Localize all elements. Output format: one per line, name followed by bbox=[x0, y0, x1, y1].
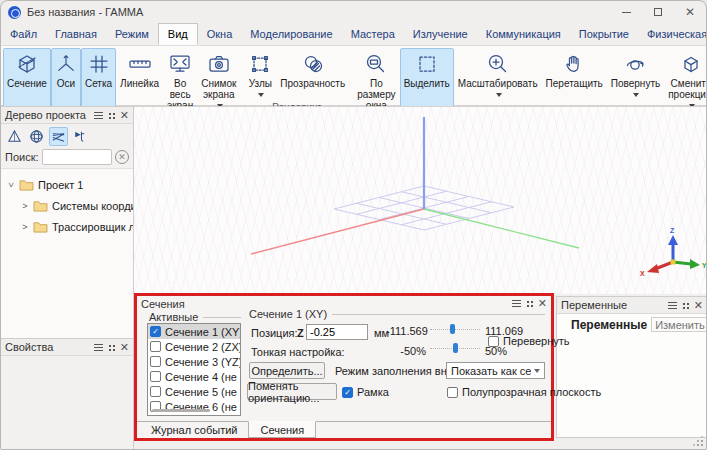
tab-home[interactable]: Главная bbox=[46, 23, 106, 45]
translucent-plane-checkbox[interactable]: Полупрозрачная плоскость bbox=[447, 386, 601, 398]
ruler-button[interactable]: Линейка bbox=[116, 48, 163, 113]
select-button[interactable]: Выделить bbox=[400, 48, 454, 113]
ribbon-group-parameters: Сечение Оси Сетка Линейка Во весь экран bbox=[2, 47, 241, 105]
change-orientation-button[interactable]: Поменять ориентацию... bbox=[247, 383, 337, 400]
horizontal-scrollbar[interactable] bbox=[152, 409, 210, 412]
position-input[interactable] bbox=[306, 324, 368, 340]
edit-variable-input[interactable] bbox=[651, 317, 707, 332]
close-button[interactable]: ✕ bbox=[674, 1, 706, 23]
fine-tune-slider[interactable] bbox=[430, 342, 480, 354]
checkbox[interactable] bbox=[150, 386, 161, 397]
tab-view[interactable]: Вид bbox=[158, 23, 198, 45]
tree-node-ray-tracer[interactable]: > Трассировщик лучей bbox=[1, 216, 133, 237]
checkbox[interactable] bbox=[150, 371, 161, 382]
window-resize-grip[interactable] bbox=[693, 436, 703, 446]
axes-button[interactable]: Оси bbox=[51, 48, 81, 113]
fit-window-button[interactable]: По размеру окна bbox=[353, 48, 399, 113]
tab-file[interactable]: Файл bbox=[1, 23, 46, 45]
ribbon-tab-bar: Файл Главная Режим Вид Окна Моделировани… bbox=[1, 23, 706, 45]
tab-coating[interactable]: Покрытие bbox=[570, 23, 638, 45]
expander-icon[interactable]: > bbox=[6, 181, 16, 189]
list-item[interactable]: Сечение 2 (ZX) bbox=[148, 339, 240, 354]
rays-filter-icon[interactable] bbox=[49, 127, 68, 146]
list-item-label: Сечение 3 (YZ) bbox=[165, 356, 241, 368]
trace-tool-icon[interactable] bbox=[71, 127, 90, 146]
tab-modeling[interactable]: Моделирование bbox=[241, 23, 341, 45]
flip-checkbox[interactable]: Перевернуть bbox=[488, 335, 570, 347]
fill-mode-dropdown[interactable]: Показать как сечение bbox=[446, 362, 545, 379]
checkbox[interactable] bbox=[150, 341, 161, 352]
tab-communication[interactable]: Коммуникация bbox=[477, 23, 570, 45]
panel-menu-icon[interactable] bbox=[512, 300, 521, 307]
panel-dock-icon[interactable] bbox=[108, 344, 115, 351]
expander-icon[interactable]: > bbox=[21, 201, 29, 211]
checkbox-checked[interactable]: ✓ bbox=[342, 387, 353, 398]
minimize-button[interactable] bbox=[610, 1, 642, 23]
nodes-button[interactable]: Узлы bbox=[244, 48, 276, 102]
close-icon: ✕ bbox=[685, 6, 695, 18]
rotate-button[interactable]: Повернуть bbox=[607, 48, 664, 113]
panel-close-icon[interactable]: ✕ bbox=[694, 300, 703, 311]
tree-node-coordinate-systems[interactable]: > Системы координат bbox=[1, 195, 133, 216]
app-window: Без названия - ГАММА ✕ Файл Главная Режи… bbox=[0, 0, 707, 450]
pan-button[interactable]: Перетащить bbox=[542, 48, 607, 113]
list-item[interactable]: Сечение 3 (YZ) bbox=[148, 354, 240, 369]
maximize-button[interactable] bbox=[642, 1, 674, 23]
tab-physical-optics[interactable]: Физическая оптика bbox=[638, 23, 707, 45]
checkbox[interactable] bbox=[150, 356, 161, 367]
panel-dock-icon[interactable] bbox=[682, 302, 689, 309]
button-label: Оси bbox=[57, 78, 75, 89]
scene-canvas: Z X Y bbox=[134, 107, 707, 295]
checkbox[interactable] bbox=[447, 387, 458, 398]
active-group-label: Активные bbox=[149, 311, 241, 323]
axis-label: Z bbox=[297, 327, 304, 339]
search-clear-icon[interactable]: ✕ bbox=[115, 150, 129, 164]
checkbox[interactable] bbox=[488, 336, 499, 347]
fine-min-label: -50% bbox=[386, 345, 426, 357]
panel-menu-icon[interactable] bbox=[94, 112, 103, 119]
panel-menu-icon[interactable] bbox=[668, 302, 677, 309]
tree-node-project[interactable]: > Проект 1 bbox=[1, 174, 133, 195]
panel-close-icon[interactable]: ✕ bbox=[120, 110, 129, 121]
list-item-label: Сечение 1 (XY) bbox=[165, 326, 241, 338]
list-item[interactable]: Сечение 5 (не опред bbox=[148, 384, 240, 399]
transparency-button[interactable]: Прозрачность bbox=[276, 48, 349, 102]
tab-wizards[interactable]: Мастера bbox=[342, 23, 404, 45]
section-button[interactable]: Сечение bbox=[3, 48, 51, 113]
position-slider[interactable] bbox=[430, 323, 480, 335]
panel-dock-icon[interactable] bbox=[108, 112, 115, 119]
zoom-button[interactable]: Масштабировать bbox=[454, 48, 542, 113]
tab-mode[interactable]: Режим bbox=[106, 23, 158, 45]
tab-event-log[interactable]: Журнал событий bbox=[140, 422, 248, 438]
sections-list[interactable]: ✓ Сечение 1 (XY) Сечение 2 (ZX) Сечение … bbox=[147, 323, 241, 416]
panel-dock-icon[interactable] bbox=[526, 300, 533, 307]
chevron-down-icon bbox=[534, 369, 540, 373]
list-item[interactable]: ✓ Сечение 1 (XY) bbox=[148, 324, 240, 339]
button-label: Масштабировать bbox=[458, 78, 538, 100]
button-label: Выделить bbox=[404, 78, 450, 89]
grid-button[interactable]: Сетка bbox=[81, 48, 116, 113]
tab-radiation[interactable]: Излучение bbox=[404, 23, 477, 45]
list-item[interactable]: Сечение 4 (не опред bbox=[148, 369, 240, 384]
maximize-icon bbox=[654, 8, 662, 16]
y-axis-line bbox=[424, 209, 579, 248]
frame-checkbox[interactable]: ✓ Рамка bbox=[342, 386, 389, 398]
prism-filter-icon[interactable] bbox=[5, 127, 24, 146]
fullscreen-button[interactable]: Во весь экран bbox=[163, 48, 197, 113]
tab-sections[interactable]: Сечения bbox=[248, 421, 316, 438]
tree-node-label: Трассировщик лучей bbox=[52, 221, 133, 233]
dropdown-caret-icon bbox=[633, 93, 639, 97]
expander-icon[interactable]: > bbox=[21, 222, 29, 232]
change-projection-button[interactable]: Сменить проекцию bbox=[664, 48, 707, 113]
panel-close-icon[interactable]: ✕ bbox=[120, 342, 129, 353]
panel-menu-icon[interactable] bbox=[94, 344, 103, 351]
screenshot-button[interactable]: Снимок экрана bbox=[197, 48, 240, 113]
window-title: Без названия - ГАММА bbox=[27, 6, 143, 18]
viewport-3d[interactable]: Z X Y bbox=[134, 106, 707, 294]
search-input[interactable] bbox=[42, 149, 112, 165]
tab-windows[interactable]: Окна bbox=[198, 23, 242, 45]
bottom-tab-bar: Журнал событий Сечения bbox=[137, 421, 551, 438]
checkbox-checked[interactable]: ✓ bbox=[150, 326, 161, 337]
define-button[interactable]: Определить... bbox=[249, 362, 325, 379]
globe-mesh-icon[interactable] bbox=[27, 127, 46, 146]
